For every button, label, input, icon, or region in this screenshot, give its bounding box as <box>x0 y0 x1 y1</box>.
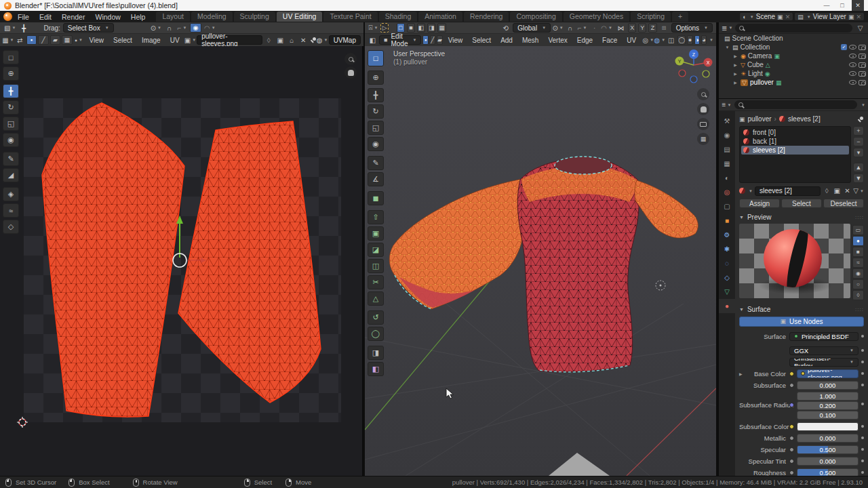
preview-flat-button[interactable]: ▭ <box>852 225 864 235</box>
subsurface-radius-x[interactable]: 1.000 <box>797 392 859 401</box>
roughness-slider[interactable]: 0.500 <box>797 468 859 476</box>
vp-menu-mesh[interactable]: Mesh <box>518 37 542 44</box>
tab-modeling[interactable]: Modeling <box>191 12 233 22</box>
tab-object-data[interactable]: ▽ <box>719 285 735 299</box>
subsurface-radius-y[interactable]: 0.200 <box>797 401 859 410</box>
outliner-row-collection[interactable]: ▼ ▤ Collection ✓ <box>719 43 868 52</box>
zoom-icon[interactable] <box>697 88 709 100</box>
preview-cloth-button[interactable]: ○ <box>852 279 864 289</box>
transform-tool[interactable]: ◉ <box>3 133 19 147</box>
select-mode-subtract-icon[interactable]: ◧ <box>417 23 425 33</box>
select-mode-invert-icon[interactable]: ◨ <box>427 23 435 33</box>
orthographic-toggle-icon[interactable]: ▦ <box>697 133 709 145</box>
uv-select-edge-icon[interactable]: ╱ <box>38 35 48 45</box>
editor-type-properties-icon[interactable]: ≡▼ <box>722 100 732 110</box>
sticky-selection-dropdown[interactable]: ▪▼ <box>74 35 84 45</box>
shrink-fatten-tool[interactable]: ◧ <box>368 362 384 376</box>
remove-view-layer-icon[interactable]: ✕ <box>856 14 861 20</box>
tab-layout[interactable]: Layout <box>156 12 190 22</box>
hide-eye-icon[interactable] <box>849 45 856 49</box>
vp-menu-add[interactable]: Add <box>496 37 517 44</box>
select-mode-extend-icon[interactable]: ■ <box>407 23 415 33</box>
outliner-row-cube[interactable]: ▶ ▽ Cube △ <box>719 60 868 69</box>
menu-edit[interactable]: Edit <box>35 13 56 21</box>
add-cube-tool[interactable]: ◼ <box>368 191 384 205</box>
tab-compositing[interactable]: Compositing <box>510 12 561 22</box>
material-specials-dropdown[interactable]: ▽▼ <box>853 186 864 196</box>
uv-select-island-icon[interactable]: ▦ <box>62 35 72 45</box>
menu-window[interactable]: Window <box>90 13 125 21</box>
move-tool[interactable]: ╋ <box>3 84 19 98</box>
render-camera-icon[interactable] <box>859 62 866 68</box>
measure-tool[interactable]: ∡ <box>368 172 384 186</box>
use-nodes-button[interactable]: ▣ Use Nodes <box>739 317 864 327</box>
tab-animation[interactable]: Animation <box>418 12 462 22</box>
outliner-row-scene-collection[interactable]: ▤ Scene Collection <box>719 34 868 43</box>
new-view-layer-icon[interactable]: ▣ <box>848 14 854 20</box>
snap-settings-dropdown[interactable]: ⌐▼ <box>177 23 187 33</box>
snap-grid-icon[interactable]: ⧈ <box>659 23 669 33</box>
uv-select-face-icon[interactable]: ▰ <box>50 35 60 45</box>
deselect-button[interactable]: Deselect <box>823 199 864 208</box>
tab-scripting[interactable]: Scripting <box>631 12 671 22</box>
pinch-tool[interactable]: ◇ <box>3 220 19 234</box>
tweak-tool-icon[interactable]: ▷ <box>380 23 389 33</box>
tab-texture-paint[interactable]: Texture Paint <box>323 12 377 22</box>
uv-select-vertex-icon[interactable]: ▪ <box>26 35 37 45</box>
shading-wireframe-icon[interactable]: ◯ <box>677 35 686 45</box>
tweak-tool[interactable]: □ <box>3 50 19 64</box>
bevel-tool[interactable]: ◪ <box>368 243 384 257</box>
uv-map-field[interactable]: UVMap <box>329 35 361 45</box>
tab-geometry-nodes[interactable]: Geometry Nodes <box>564 12 629 22</box>
uv-menu-uv[interactable]: UV <box>166 37 184 44</box>
new-image-icon[interactable]: ▣ <box>275 35 285 45</box>
mesh-select-vertex-icon[interactable]: ▪ <box>422 35 428 45</box>
tab-shading[interactable]: Shading <box>379 12 418 22</box>
slot-back[interactable]: back [1] <box>741 137 849 146</box>
select-mode-new-icon[interactable]: □ <box>397 23 405 33</box>
outliner-row-light[interactable]: ▶ ☀ Light ◉ <box>719 69 868 78</box>
expand-icon[interactable]: ▶ <box>739 371 746 376</box>
tab-sculpting[interactable]: Sculpting <box>234 12 275 22</box>
annotate-tool[interactable]: ✎ <box>3 152 19 166</box>
editor-type-3d-icon[interactable]: ◧ <box>368 35 378 45</box>
material-slot-list[interactable]: front [0] back [1] sleeves [2] <box>739 126 851 183</box>
preview-panel-header[interactable]: ▼Preview:::: <box>739 212 864 222</box>
preview-hair-button[interactable]: ≈ <box>852 258 864 268</box>
disclosure-triangle-icon[interactable]: ▶ <box>732 62 738 67</box>
tab-collection[interactable]: ▢ <box>719 199 735 214</box>
render-camera-icon[interactable] <box>859 54 866 59</box>
rip-region-tool[interactable]: ◢ <box>3 168 19 182</box>
shading-rendered-icon[interactable]: ◕ <box>701 35 707 45</box>
pan-hand-icon[interactable] <box>344 66 357 79</box>
vp-menu-uv[interactable]: UV <box>623 37 640 44</box>
tab-physics[interactable]: ◌ <box>719 256 735 270</box>
viewport-canvas[interactable]: Z Y X User Perspective (1) pullover □ ⊕ … <box>365 46 716 476</box>
hide-eye-icon[interactable] <box>849 80 856 85</box>
tab-object[interactable]: ■ <box>719 214 735 228</box>
maximize-button[interactable]: □ <box>836 2 848 9</box>
menu-file[interactable]: File <box>13 13 34 21</box>
add-workspace-button[interactable]: + <box>672 12 688 22</box>
properties-options-dropdown[interactable]: ▼ <box>861 103 865 107</box>
hide-eye-icon[interactable] <box>849 62 856 67</box>
slot-front[interactable]: front [0] <box>741 128 849 137</box>
render-camera-icon[interactable] <box>859 80 866 85</box>
tab-world[interactable]: ◎ <box>719 185 735 199</box>
menu-help[interactable]: Help <box>126 13 151 21</box>
vp-menu-vertex[interactable]: Vertex <box>544 37 571 44</box>
minimize-button[interactable]: — <box>821 2 833 9</box>
properties-search-input[interactable] <box>734 100 857 109</box>
surface-shader-field[interactable]: Principled BSDF <box>789 332 859 341</box>
relax-tool[interactable]: ≈ <box>3 203 19 218</box>
menu-render[interactable]: Render <box>57 13 90 21</box>
pivot-point-dropdown[interactable]: ⊙▼ <box>151 23 161 33</box>
subsurface-radius-z[interactable]: 0.100 <box>797 411 859 420</box>
disclosure-triangle-icon[interactable]: ▶ <box>732 71 738 76</box>
grab-tool[interactable]: ◈ <box>3 187 19 201</box>
disclosure-triangle-icon[interactable]: ▼ <box>724 45 730 49</box>
hide-eye-icon[interactable] <box>849 71 856 76</box>
active-tool-dropdown[interactable]: ⍓▼ <box>368 23 378 33</box>
preview-shaderball-button[interactable]: ◉ <box>852 268 864 279</box>
show-gizmo-dropdown[interactable]: ◎▼ <box>643 35 653 45</box>
